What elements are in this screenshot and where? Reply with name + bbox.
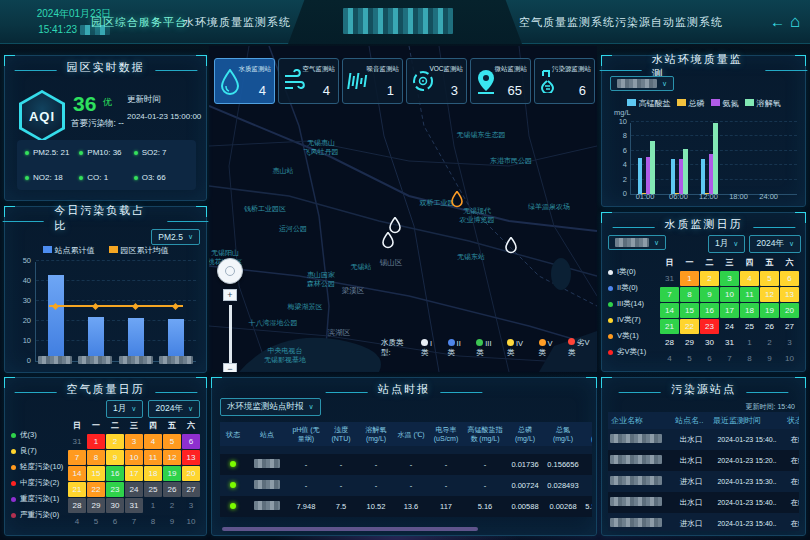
calendar-day[interactable]: 7 (660, 287, 679, 302)
calendar-day[interactable]: 8 (87, 450, 105, 465)
nav-item-3[interactable]: 空气质量监测系统 (519, 15, 615, 30)
calendar-day[interactable]: 5 (760, 271, 779, 286)
calendar-day[interactable]: 23 (106, 482, 124, 497)
calendar-day[interactable]: 12 (760, 287, 779, 302)
calendar-day[interactable]: 7 (125, 514, 143, 529)
calendar-day[interactable]: 26 (760, 319, 779, 334)
calendar-day[interactable]: 31 (660, 271, 679, 286)
calendar-day[interactable]: 15 (680, 303, 699, 318)
calendar-day[interactable]: 6 (700, 351, 719, 366)
calendar-day[interactable]: 22 (87, 482, 105, 497)
calendar-day[interactable]: 20 (182, 466, 200, 481)
calendar-day[interactable]: 1 (144, 498, 162, 513)
calendar-day[interactable]: 5 (87, 514, 105, 529)
calendar-day[interactable]: 4 (144, 434, 162, 449)
home-icon[interactable]: ⌂ (790, 12, 800, 32)
wcal-month-dropdown[interactable]: 1月∨ (708, 235, 745, 253)
map-zoom-in-button[interactable]: + (223, 289, 237, 301)
calendar-day[interactable]: 8 (680, 287, 699, 302)
report-type-dropdown[interactable]: 水环境监测站点时报∨ (220, 398, 321, 416)
station-button-wind[interactable]: 空气监测站4 (278, 58, 339, 104)
calendar-day[interactable]: 1 (680, 271, 699, 286)
calendar-day[interactable]: 8 (144, 514, 162, 529)
calendar-day[interactable]: 19 (760, 303, 779, 318)
calendar-day[interactable]: 29 (680, 335, 699, 350)
calendar-day[interactable]: 1 (740, 335, 759, 350)
calendar-day[interactable]: 31 (720, 335, 739, 350)
calendar-day[interactable]: 10 (780, 351, 799, 366)
nav-item-1[interactable]: 水环境质量监测系统 (183, 15, 291, 30)
water-station-dropdown[interactable]: ∨ (610, 76, 674, 91)
calendar-day[interactable]: 22 (680, 319, 699, 334)
calendar-day[interactable]: 11 (144, 450, 162, 465)
calendar-day[interactable]: 15 (87, 466, 105, 481)
nav-item-0[interactable]: 园区综合服务平台 (91, 15, 187, 30)
calendar-day[interactable]: 7 (720, 351, 739, 366)
nav-item-4[interactable]: 污染源自动监测系统 (615, 15, 723, 30)
map-zoom-slider[interactable] (229, 305, 232, 363)
wcal-station-dropdown[interactable]: ∨ (608, 235, 666, 250)
map-zoom-out-button[interactable]: − (223, 363, 237, 372)
calendar-day[interactable]: 26 (163, 482, 181, 497)
calendar-day[interactable]: 4 (660, 351, 679, 366)
wcal-year-dropdown[interactable]: 2024年∨ (749, 235, 801, 253)
calendar-day[interactable]: 3 (125, 434, 143, 449)
calendar-day[interactable]: 24 (720, 319, 739, 334)
year-dropdown[interactable]: 2024年∨ (148, 400, 200, 418)
calendar-day[interactable]: 29 (87, 498, 105, 513)
calendar-day[interactable]: 2 (760, 335, 779, 350)
calendar-day[interactable]: 3 (720, 271, 739, 286)
map-station-marker[interactable] (382, 232, 395, 253)
map-station-marker[interactable] (505, 237, 518, 258)
calendar-day[interactable]: 7 (68, 450, 86, 465)
calendar-day[interactable]: 20 (780, 303, 799, 318)
calendar-day[interactable]: 13 (182, 450, 200, 465)
station-button-water[interactable]: 水质监测站4 (214, 58, 275, 104)
calendar-day[interactable]: 27 (780, 319, 799, 334)
calendar-day[interactable]: 1 (87, 434, 105, 449)
calendar-day[interactable]: 13 (780, 287, 799, 302)
calendar-day[interactable]: 14 (660, 303, 679, 318)
calendar-day[interactable]: 17 (720, 303, 739, 318)
calendar-day[interactable]: 6 (106, 514, 124, 529)
calendar-day[interactable]: 25 (740, 319, 759, 334)
calendar-day[interactable]: 17 (125, 466, 143, 481)
calendar-day[interactable]: 25 (144, 482, 162, 497)
station-button-noise[interactable]: 噪音监测站1 (342, 58, 403, 104)
calendar-day[interactable]: 5 (163, 434, 181, 449)
calendar-day[interactable]: 28 (68, 498, 86, 513)
calendar-day[interactable]: 11 (740, 287, 759, 302)
calendar-day[interactable]: 18 (144, 466, 162, 481)
calendar-day[interactable]: 31 (125, 498, 143, 513)
calendar-day[interactable]: 8 (740, 351, 759, 366)
calendar-day[interactable]: 9 (163, 514, 181, 529)
calendar-day[interactable]: 23 (700, 319, 719, 334)
calendar-day[interactable]: 3 (780, 335, 799, 350)
calendar-day[interactable]: 16 (106, 466, 124, 481)
calendar-day[interactable]: 4 (740, 271, 759, 286)
calendar-day[interactable]: 2 (700, 271, 719, 286)
calendar-day[interactable]: 10 (182, 514, 200, 529)
calendar-day[interactable]: 2 (106, 434, 124, 449)
calendar-day[interactable]: 30 (700, 335, 719, 350)
calendar-day[interactable]: 10 (125, 450, 143, 465)
calendar-day[interactable]: 6 (780, 271, 799, 286)
calendar-day[interactable]: 28 (660, 335, 679, 350)
calendar-day[interactable]: 14 (68, 466, 86, 481)
calendar-day[interactable]: 30 (106, 498, 124, 513)
calendar-day[interactable]: 24 (125, 482, 143, 497)
station-button-pollution[interactable]: 污染源监测站6 (534, 58, 595, 104)
calendar-day[interactable]: 16 (700, 303, 719, 318)
map-station-marker[interactable] (451, 191, 464, 212)
station-button-voc[interactable]: VOC监测站3 (406, 58, 467, 104)
calendar-day[interactable]: 2 (163, 498, 181, 513)
station-button-pin[interactable]: 微站监测站65 (470, 58, 531, 104)
map-pan-compass[interactable] (217, 258, 243, 284)
calendar-day[interactable]: 18 (740, 303, 759, 318)
calendar-day[interactable]: 4 (68, 514, 86, 529)
calendar-day[interactable]: 10 (720, 287, 739, 302)
calendar-day[interactable]: 9 (700, 287, 719, 302)
calendar-day[interactable]: 3 (182, 498, 200, 513)
calendar-day[interactable]: 5 (680, 351, 699, 366)
calendar-day[interactable]: 9 (760, 351, 779, 366)
